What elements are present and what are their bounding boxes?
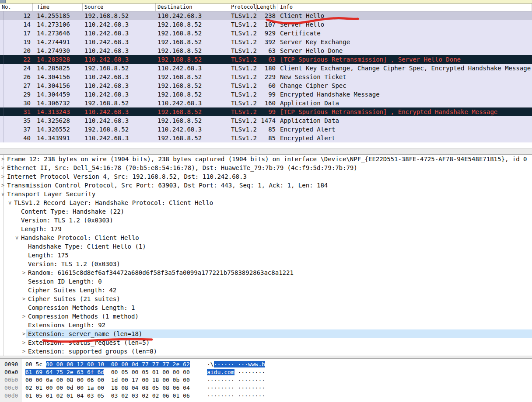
packet-row[interactable]: 2414.285825192.168.8.52110.242.68.3TLSv1… (0, 64, 532, 73)
detail-row[interactable]: vTLSv1.2 Record Layer: Handshake Protoco… (0, 198, 532, 207)
hex-bytes[interactable]: 00 5c 00 00 00 12 00 10 00 00 0d 77 77 7… (25, 360, 190, 368)
hex-byte[interactable]: 00 (97, 377, 104, 383)
ascii-char[interactable]: · (241, 392, 245, 399)
packet-row[interactable]: 3014.306732192.168.8.52110.242.68.3TLSv1… (0, 99, 532, 107)
ascii-char[interactable]: · (231, 377, 234, 383)
ascii-char[interactable]: · (248, 377, 252, 383)
ascii-char[interactable]: · (241, 369, 245, 375)
hex-row[interactable]: 009000 5c 00 00 00 12 00 10 00 00 0d 77 … (0, 360, 532, 368)
ascii-char[interactable]: · (262, 392, 265, 399)
hex-byte[interactable]: 01 (66, 392, 74, 399)
detail-row[interactable]: >Compression Methods (1 method) (0, 312, 532, 321)
ascii-char[interactable]: · (231, 392, 234, 399)
hex-byte[interactable]: 05 (142, 369, 149, 375)
column-header-time[interactable]: Time (33, 3, 83, 11)
hex-byte[interactable]: 00 (25, 377, 32, 383)
detail-row[interactable]: Length: 179 (0, 225, 532, 233)
hex-ascii[interactable]: ········ ········ (207, 376, 265, 384)
column-header-no[interactable]: No. (0, 3, 33, 11)
hex-ascii[interactable]: ········ ········ (207, 384, 265, 392)
detail-row[interactable]: Length: 175 (0, 251, 532, 260)
hex-byte[interactable]: 12 (77, 361, 84, 367)
ascii-char[interactable]: · (241, 377, 245, 383)
hex-byte[interactable]: 18 (111, 385, 118, 391)
hex-byte[interactable]: 77 (142, 361, 149, 367)
ascii-char[interactable]: · (252, 377, 255, 383)
hex-bytes[interactable]: 01 05 01 02 01 04 03 05 03 02 03 02 02 0… (25, 392, 190, 400)
collapse-arrow-icon[interactable]: v (8, 198, 11, 207)
ascii-char[interactable]: · (207, 361, 210, 367)
ascii-char[interactable]: · (224, 377, 228, 383)
detail-row[interactable]: >Extension: status_request (len=5) (0, 338, 532, 347)
ascii-char[interactable]: · (262, 377, 265, 383)
hex-byte[interactable]: 64 (46, 369, 53, 375)
hex-byte[interactable]: 00 (77, 377, 84, 383)
detail-row[interactable]: Extensions Length: 92 (0, 321, 532, 329)
hex-byte[interactable]: 0d (66, 385, 74, 391)
ascii-char[interactable]: · (228, 377, 231, 383)
ascii-char[interactable]: · (224, 361, 228, 367)
ascii-char[interactable]: · (262, 385, 265, 391)
packet-row[interactable]: 1714.273646110.242.68.3192.168.8.52TLSv1… (0, 29, 532, 38)
packet-row[interactable]: 2214.283928110.242.68.3192.168.8.52TLSv1… (0, 55, 532, 64)
ascii-char[interactable]: · (245, 385, 248, 391)
detail-row[interactable]: Content Type: Handshake (22) (0, 207, 532, 216)
ascii-char[interactable]: · (248, 392, 252, 399)
ascii-char[interactable]: · (252, 385, 255, 391)
column-header-info[interactable]: Info (277, 3, 532, 11)
hex-byte[interactable]: 00 (142, 377, 149, 383)
hex-byte[interactable]: 18 (152, 377, 159, 383)
hex-byte[interactable]: 77 (162, 361, 169, 367)
ascii-char[interactable]: m (231, 369, 234, 375)
hex-byte[interactable]: 00 (111, 361, 118, 367)
packet-row[interactable]: 1414.273106110.242.68.3192.168.8.52TLSv1… (0, 20, 532, 29)
hex-byte[interactable]: 2e (66, 369, 74, 375)
hex-byte[interactable]: 01 (35, 385, 42, 391)
packet-row[interactable]: 2914.304459110.242.68.3192.168.8.52TLSv1… (0, 90, 532, 99)
hex-byte[interactable]: 04 (132, 385, 139, 391)
hex-byte[interactable]: 0b (173, 377, 180, 383)
hex-byte[interactable]: 00 (46, 385, 53, 391)
hex-byte[interactable]: 00 (162, 377, 169, 383)
ascii-char[interactable]: · (245, 361, 248, 367)
ascii-char[interactable]: · (228, 385, 231, 391)
detail-row[interactable]: vHandshake Protocol: Client Hello (0, 233, 532, 242)
hex-byte[interactable]: 00 (162, 369, 169, 375)
hex-ascii[interactable]: aidu.com ········ (207, 368, 265, 376)
hex-byte[interactable]: 00 (77, 385, 84, 391)
hex-byte[interactable]: 08 (66, 377, 74, 383)
expand-arrow-icon[interactable]: > (22, 329, 25, 338)
expand-arrow-icon[interactable]: > (22, 295, 25, 303)
hex-byte[interactable]: 04 (183, 385, 190, 391)
detail-row[interactable]: >Transmission Control Protocol, Src Port… (0, 181, 532, 190)
expand-arrow-icon[interactable]: > (1, 181, 4, 190)
ascii-char[interactable]: · (252, 392, 255, 399)
hex-byte[interactable]: 00 (56, 361, 63, 367)
detail-row[interactable]: >Ethernet II, Src: Dell_54:16:78 (70:b5:… (0, 163, 532, 172)
hex-byte[interactable]: 06 (87, 377, 94, 383)
hex-byte[interactable]: 00 (35, 377, 42, 383)
expand-arrow-icon[interactable]: > (22, 338, 25, 347)
hex-bytes[interactable]: 61 69 64 75 2e 63 6f 6d 00 05 00 05 01 0… (25, 368, 190, 376)
hex-bytes[interactable]: 02 01 00 00 0d 00 1a 00 18 08 04 08 05 0… (25, 384, 190, 392)
ascii-char[interactable]: . (220, 369, 224, 375)
hex-byte[interactable]: 75 (56, 369, 63, 375)
column-header-source[interactable]: Source (83, 3, 156, 11)
detail-row[interactable]: >Extension: server_name (len=18) (0, 329, 532, 338)
hex-byte[interactable]: 02 (25, 385, 32, 391)
hex-byte[interactable]: 69 (35, 369, 42, 375)
expand-arrow-icon[interactable]: > (1, 155, 4, 163)
hex-row[interactable]: 00d001 05 01 02 01 04 03 05 03 02 03 02 … (0, 392, 532, 400)
hex-byte[interactable]: 00 (87, 361, 94, 367)
expand-arrow-icon[interactable]: > (22, 312, 25, 321)
ascii-char[interactable]: · (210, 385, 214, 391)
hex-byte[interactable]: 00 (121, 377, 128, 383)
ascii-char[interactable]: \ (210, 361, 214, 367)
ascii-char[interactable]: i (210, 369, 214, 375)
ascii-char[interactable]: · (220, 392, 224, 399)
hex-byte[interactable]: 08 (142, 385, 149, 391)
hex-byte[interactable]: 62 (183, 361, 190, 367)
hex-byte[interactable]: 03 (132, 392, 139, 399)
packet-row[interactable]: 3714.326552192.168.8.52110.242.68.3TLSv1… (0, 125, 532, 134)
ascii-char[interactable]: · (245, 392, 248, 399)
